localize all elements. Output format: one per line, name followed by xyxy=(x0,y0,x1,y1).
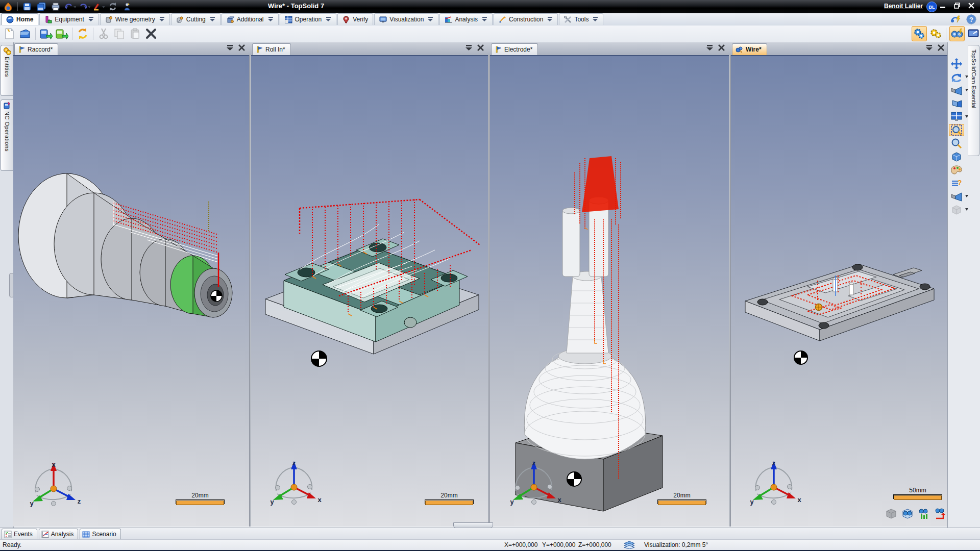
axis-triad: z y x xyxy=(269,459,322,510)
center-of-mass-symbol xyxy=(211,290,222,302)
simulation-mode-icons xyxy=(884,506,947,520)
assistant-icon[interactable] xyxy=(121,1,133,12)
cut-icon[interactable] xyxy=(96,27,111,41)
panel-tab-nc-operations[interactable]: NC Operations xyxy=(1,99,13,171)
redo-icon[interactable] xyxy=(78,1,90,12)
center-of-mass-symbol xyxy=(567,472,581,486)
section-view-icon[interactable] xyxy=(949,190,964,203)
viewport-close-icon[interactable] xyxy=(938,44,944,51)
scale-label: 20mm xyxy=(176,492,225,499)
tab-verify[interactable]: Verify xyxy=(337,13,373,25)
delete-icon[interactable] xyxy=(144,27,158,41)
window-title: Wire* - TopSolid 7 xyxy=(268,2,324,10)
dropdown-icon xyxy=(547,17,553,22)
visual-help-icon[interactable]: ? xyxy=(949,177,964,189)
construction-icon xyxy=(499,16,506,23)
user-avatar-badge[interactable]: BL xyxy=(926,2,937,12)
tab-home[interactable]: Home xyxy=(1,13,38,25)
open-document-icon[interactable] xyxy=(18,27,32,41)
tab-cutting[interactable]: Cutting xyxy=(171,13,220,25)
rollin-model xyxy=(251,56,488,527)
render-style-icon[interactable] xyxy=(949,164,964,176)
layers-icon[interactable] xyxy=(624,541,635,549)
close-button[interactable] xyxy=(965,0,978,11)
triad-axis-label: x xyxy=(317,496,322,504)
tab-analysis-bottom[interactable]: Analysis xyxy=(39,529,79,539)
tab-events[interactable]: Events xyxy=(2,529,37,539)
tab-tools[interactable]: Tools xyxy=(559,13,603,25)
events-icon xyxy=(4,531,12,538)
checkout-icon[interactable] xyxy=(39,27,53,41)
viewport-close-icon[interactable] xyxy=(718,44,725,51)
sync-icon[interactable] xyxy=(76,27,90,41)
viewport-pin-icon[interactable] xyxy=(706,45,713,51)
tab-analysis[interactable]: Analysis xyxy=(439,13,493,25)
viewport-pin-icon[interactable] xyxy=(227,45,233,51)
tab-operation[interactable]: Operation xyxy=(280,13,337,25)
tab-construction[interactable]: Construction xyxy=(494,13,558,25)
machining-options-icon[interactable] xyxy=(928,27,943,41)
raccord-model xyxy=(13,56,249,527)
zoom-window-icon[interactable] xyxy=(949,124,964,136)
minimize-button[interactable] xyxy=(936,0,949,11)
simulation-report-icon[interactable] xyxy=(933,506,947,520)
topsolid-logo-icon[interactable] xyxy=(2,1,14,12)
stock-display-icon[interactable] xyxy=(949,204,964,216)
view-direction-icon[interactable] xyxy=(949,84,964,96)
undo-icon[interactable] xyxy=(64,1,76,12)
camera-view-icon[interactable] xyxy=(949,97,964,110)
restore-button[interactable] xyxy=(950,0,964,11)
stock-view-icon[interactable] xyxy=(884,506,898,520)
support-icon[interactable] xyxy=(950,15,962,24)
panel-tab-entities[interactable]: Entities xyxy=(1,45,13,96)
save-icon[interactable] xyxy=(21,1,33,12)
help-icon[interactable]: ? xyxy=(966,14,976,24)
viewport-wire[interactable]: z y x 50mm xyxy=(731,55,947,527)
tab-visualization[interactable]: Visualization xyxy=(374,13,438,25)
rotate-view-icon[interactable] xyxy=(949,71,964,83)
tab-wire-geometry[interactable]: Wire geometry xyxy=(100,13,170,25)
isometric-view-icon[interactable] xyxy=(949,151,964,163)
doc-tab-raccord[interactable]: Raccord* xyxy=(14,43,58,55)
zoom-icon[interactable] xyxy=(949,137,964,149)
save-all-icon[interactable] xyxy=(35,1,47,12)
output-tab-bar: Events Analysis Scenario xyxy=(0,528,980,539)
checkin-icon[interactable] xyxy=(55,27,69,41)
status-bar: Ready. X=+000,000 Y=+000,000 Z=+000,000 … xyxy=(0,539,980,550)
copy-icon[interactable] xyxy=(112,27,127,41)
simulation-analysis-icon[interactable] xyxy=(917,506,931,520)
doc-tab-electrode[interactable]: Electrode* xyxy=(491,43,538,55)
viewport-close-icon[interactable] xyxy=(477,44,484,51)
viewport-pin-icon[interactable] xyxy=(465,45,472,51)
viewport-electrode[interactable]: z y x 20mm xyxy=(490,55,729,527)
analysis-chart-icon xyxy=(41,531,49,538)
viewport-rollin[interactable]: z y x 20mm xyxy=(251,55,488,527)
verification-icon[interactable] xyxy=(949,26,965,41)
simulation-screen-icon[interactable] xyxy=(966,27,980,41)
tab-additional[interactable]: Additional xyxy=(222,13,279,25)
dropdown-icon xyxy=(326,17,331,22)
annotate-icon[interactable] xyxy=(92,1,105,12)
print-icon[interactable] xyxy=(50,1,62,12)
triad-axis-label: x xyxy=(557,496,561,504)
viewport-close-icon[interactable] xyxy=(238,44,245,51)
svg-text:?: ? xyxy=(958,179,962,187)
multi-view-icon[interactable] xyxy=(949,111,964,123)
pan-icon[interactable] xyxy=(949,58,964,70)
simulation-view-icon[interactable] xyxy=(900,506,915,520)
doc-tab-rollin[interactable]: Roll In* xyxy=(252,43,291,55)
machining-parameters-icon[interactable] xyxy=(912,26,927,41)
paste-icon[interactable] xyxy=(128,27,142,41)
product-edition-tab[interactable]: TopSolid'Cam Essential xyxy=(968,45,979,156)
doc-tab-wire[interactable]: Wire* xyxy=(732,43,767,55)
refresh-icon[interactable] xyxy=(107,1,119,12)
viewport-raccord[interactable]: x y z 20mm xyxy=(13,55,249,527)
scale-bar: 20mm xyxy=(425,492,474,506)
new-document-icon[interactable] xyxy=(2,27,16,41)
user-account-link[interactable]: Benoit Lallier xyxy=(884,3,923,10)
center-of-mass-symbol xyxy=(794,351,807,364)
viewport-pin-icon[interactable] xyxy=(926,45,933,51)
triad-axis-label: z xyxy=(532,459,536,467)
tab-scenario[interactable]: Scenario xyxy=(80,529,120,539)
tab-equipment[interactable]: Equipment xyxy=(39,13,99,25)
